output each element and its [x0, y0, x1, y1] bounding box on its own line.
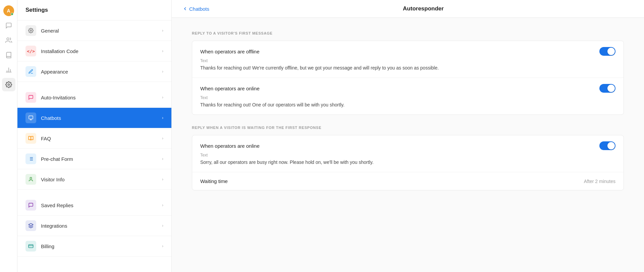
page-title: Autoresponder [213, 5, 633, 12]
chevron-pre-chat-form: › [162, 156, 163, 161]
toggle-online[interactable] [599, 84, 615, 93]
sub-label-offline: Text [200, 58, 615, 63]
sub-text-offline: Thanks for reaching out! We're currently… [200, 64, 615, 72]
svg-point-5 [8, 84, 9, 86]
chevron-chatbots: › [162, 116, 163, 120]
menu-item-installation-code[interactable]: </> Installation Code › [17, 41, 171, 61]
chevron-billing: › [162, 244, 163, 248]
sidebar-item-analytics[interactable] [2, 63, 15, 77]
icon-bar: A [0, 0, 17, 272]
menu-label-auto-invitations: Auto-Invitations [41, 95, 162, 100]
auto-invitations-icon [25, 92, 36, 103]
menu-item-pre-chat-form[interactable]: Pre-chat Form › [17, 149, 171, 169]
menu-label-billing: Billing [41, 243, 162, 249]
chevron-faq: › [162, 136, 163, 141]
chevron-installation-code: › [162, 49, 163, 53]
svg-rect-7 [29, 116, 33, 119]
settings-menu: General › </> Installation Code › Appear… [17, 20, 171, 272]
avatar-container[interactable]: A [2, 4, 15, 17]
online-dot [11, 13, 13, 15]
menu-item-chatbots[interactable]: Chatbots › [17, 108, 171, 128]
menu-label-saved-replies: Saved Replies [41, 202, 162, 208]
chevron-general: › [162, 28, 163, 33]
menu-label-pre-chat-form: Pre-chat Form [41, 156, 162, 162]
faq-icon [25, 133, 36, 144]
menu-item-visitor-info[interactable]: Visitor Info › [17, 169, 171, 190]
sub-text-online: Thanks for reaching out! One of our oper… [200, 101, 615, 108]
row-title-online: When operators are online [200, 86, 260, 91]
visitor-info-icon [25, 174, 36, 185]
sub-text-online-waiting: Sorry, all our operators are busy right … [200, 159, 615, 166]
row-online-waiting: When operators are online Text Sorry, al… [192, 135, 624, 172]
back-label: Chatbots [189, 6, 209, 12]
menu-item-auto-invitations[interactable]: Auto-Invitations › [17, 87, 171, 108]
menu-label-installation-code: Installation Code [41, 48, 162, 54]
sub-label-online: Text [200, 95, 615, 100]
installation-code-icon: </> [25, 46, 36, 56]
menu-item-saved-replies[interactable]: Saved Replies › [17, 195, 171, 216]
chevron-appearance: › [162, 69, 163, 74]
sub-label-online-waiting: Text [200, 153, 615, 157]
menu-item-appearance[interactable]: Appearance › [17, 61, 171, 82]
chatbots-icon [25, 112, 36, 123]
svg-marker-15 [29, 223, 33, 226]
chevron-visitor-info: › [162, 177, 163, 182]
sidebar-item-contacts[interactable] [2, 34, 15, 47]
main-body: Reply to a visitor's first message When … [172, 18, 644, 272]
settings-title: Settings [17, 0, 171, 20]
row-offline: When operators are offline Text Thanks f… [192, 41, 624, 78]
menu-label-chatbots: Chatbots [41, 115, 162, 121]
row-waiting-time: Waiting time After 2 minutes [192, 172, 624, 190]
general-icon [25, 25, 36, 36]
menu-label-faq: FAQ [41, 136, 162, 141]
menu-label-integrations: Integrations [41, 223, 162, 229]
menu-item-general[interactable]: General › [17, 20, 171, 41]
menu-label-appearance: Appearance [41, 69, 162, 75]
section-label-first-message: Reply to a visitor's first message [192, 31, 624, 35]
billing-icon [25, 241, 36, 252]
chevron-auto-invitations: › [162, 95, 163, 100]
section-label-waiting: Reply when a visitor is waiting for the … [192, 126, 624, 130]
row-meta-waiting-time: After 2 minutes [584, 179, 615, 184]
toggle-offline[interactable] [599, 47, 615, 56]
menu-item-faq[interactable]: FAQ › [17, 128, 171, 149]
sidebar-item-library[interactable] [2, 48, 15, 62]
main-header: Chatbots Autoresponder [172, 0, 644, 18]
sidebar-item-chat[interactable] [2, 19, 15, 32]
svg-point-0 [7, 38, 9, 40]
menu-label-visitor-info: Visitor Info [41, 177, 162, 182]
menu-item-integrations[interactable]: Integrations › [17, 216, 171, 236]
svg-rect-16 [29, 244, 33, 247]
menu-label-general: General [41, 28, 162, 34]
main-content: Chatbots Autoresponder Reply to a visito… [172, 0, 644, 272]
toggle-online-waiting[interactable] [599, 141, 615, 150]
chevron-integrations: › [162, 223, 163, 228]
row-title-online-waiting: When operators are online [200, 143, 260, 149]
row-online: When operators are online Text Thanks fo… [192, 78, 624, 115]
row-title-offline: When operators are offline [200, 49, 260, 54]
back-button[interactable]: Chatbots [182, 6, 209, 12]
row-title-waiting-time: Waiting time [200, 178, 228, 184]
pre-chat-form-icon [25, 153, 36, 164]
saved-replies-icon [25, 200, 36, 211]
sidebar-item-settings[interactable] [2, 78, 15, 91]
svg-point-6 [30, 30, 32, 31]
appearance-icon [25, 66, 36, 77]
card-section-waiting: When operators are online Text Sorry, al… [192, 135, 624, 190]
card-section-first-message: When operators are offline Text Thanks f… [192, 41, 624, 115]
menu-item-billing[interactable]: Billing › [17, 236, 171, 257]
settings-sidebar: Settings General › </> Installation Code… [17, 0, 172, 272]
chevron-saved-replies: › [162, 203, 163, 208]
svg-point-14 [30, 177, 32, 179]
integrations-icon [25, 220, 36, 231]
